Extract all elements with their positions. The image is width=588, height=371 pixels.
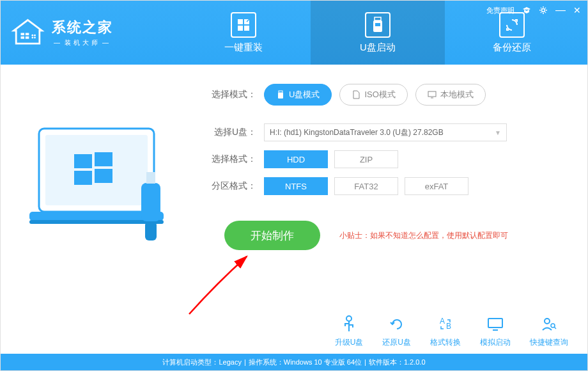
svg-rect-19 [95, 152, 112, 166]
tool-label: 格式转换 [430, 337, 461, 348]
partition-exfat[interactable]: exFAT [405, 177, 468, 195]
monitor-icon [428, 90, 437, 99]
format-hdd[interactable]: HDD [264, 150, 328, 168]
status-bar: 计算机启动类型： Legacy | 操作系统： Windows 10 专业版 6… [1, 354, 587, 370]
format-row: 选择格式： HDD ZIP [205, 150, 562, 168]
svg-rect-14 [375, 23, 380, 26]
window-controls: 免责声明 — ✕ [486, 4, 581, 16]
os-value: Windows 10 专业版 64位 [284, 358, 362, 367]
restore-icon [387, 315, 406, 334]
tool-label: 升级U盘 [335, 337, 364, 348]
tool-upgrade-usb[interactable]: 升级U盘 [335, 315, 364, 348]
disclaimer-link[interactable]: 免责声明 [486, 6, 514, 15]
svg-point-7 [34, 36, 36, 38]
svg-point-4 [31, 34, 33, 36]
svg-text:B: B [446, 322, 451, 331]
mode-row: 选择模式： U盘模式 ISO模式 本地模式 [205, 84, 562, 106]
format-label: 选择格式： [205, 154, 256, 165]
svg-rect-1 [26, 33, 29, 35]
tip-text: 小贴士：如果不知道怎么配置，使用默认配置即可 [339, 230, 508, 241]
tab-label: U盘启动 [360, 42, 396, 54]
chevron-down-icon: ▼ [495, 129, 501, 136]
svg-rect-10 [238, 26, 243, 31]
version-value: 1.2.0.0 [404, 358, 426, 366]
laptop-usb-illustration [26, 122, 192, 253]
tool-label: 模拟启动 [480, 337, 511, 348]
usb-icon [276, 90, 285, 99]
annotation-arrow [180, 244, 263, 327]
tab-label: 一键重装 [224, 42, 263, 54]
svg-rect-20 [74, 171, 92, 185]
tab-usb-boot[interactable]: U盘启动 [311, 1, 445, 65]
monitor-icon [486, 315, 505, 334]
convert-icon: AB [436, 315, 455, 334]
format-zip[interactable]: ZIP [334, 150, 398, 168]
partition-fat32[interactable]: FAT32 [334, 177, 398, 195]
gear-icon[interactable] [539, 6, 548, 15]
svg-rect-26 [145, 221, 157, 241]
svg-rect-21 [95, 169, 112, 183]
tool-simulate-boot[interactable]: 模拟启动 [480, 315, 511, 348]
svg-rect-35 [488, 319, 502, 328]
mode-usb[interactable]: U盘模式 [264, 84, 332, 106]
svg-point-15 [542, 9, 545, 12]
tab-label: 备份还原 [493, 42, 531, 54]
graduation-icon[interactable] [522, 6, 531, 15]
mode-local[interactable]: 本地模式 [415, 84, 486, 106]
svg-line-39 [554, 327, 556, 329]
minimize-button[interactable]: — [555, 4, 566, 16]
tool-restore-usb[interactable]: 还原U盘 [382, 315, 411, 348]
mode-label-text: ISO模式 [364, 89, 395, 100]
tool-hotkey-lookup[interactable]: 快捷键查询 [530, 315, 568, 348]
tool-label: 快捷键查询 [530, 337, 568, 348]
usb-select-label: 选择U盘： [205, 127, 256, 138]
boot-type-value: Legacy [219, 358, 241, 366]
tool-label: 还原U盘 [382, 337, 411, 348]
boot-type-label: 计算机启动类型： [162, 358, 219, 367]
mode-label: 选择模式： [205, 89, 256, 100]
version-label: 软件版本： [369, 358, 404, 367]
svg-rect-28 [278, 93, 283, 99]
monitor-icon [231, 12, 256, 38]
config-panel: 选择模式： U盘模式 ISO模式 本地模式 选择U盘： H:I: (hd1) K… [192, 84, 562, 253]
usb-drive-icon [365, 12, 391, 38]
svg-point-6 [31, 36, 33, 38]
svg-rect-29 [428, 91, 436, 97]
tool-format-convert[interactable]: AB 格式转换 [430, 315, 461, 348]
start-button[interactable]: 开始制作 [224, 221, 320, 250]
person-search-icon [539, 315, 559, 334]
svg-rect-2 [21, 36, 25, 39]
svg-rect-25 [146, 172, 155, 184]
usb-select-row: 选择U盘： H:I: (hd1) KingstonDataTraveler 3.… [205, 123, 562, 141]
mode-iso[interactable]: ISO模式 [339, 84, 407, 106]
mode-label-text: 本地模式 [440, 89, 474, 100]
file-icon [352, 90, 360, 99]
svg-rect-12 [375, 17, 381, 20]
svg-rect-8 [238, 19, 243, 24]
svg-rect-18 [74, 154, 92, 168]
svg-text:A: A [440, 317, 445, 326]
bottom-toolbar: 升级U盘 还原U盘 AB 格式转换 模拟启动 快捷键查询 [335, 315, 568, 348]
tab-reinstall[interactable]: 一键重装 [176, 1, 311, 65]
usb-select-dropdown[interactable]: H:I: (hd1) KingstonDataTraveler 3.0 (U盘)… [264, 123, 507, 141]
svg-point-31 [346, 316, 352, 321]
usb-select-value: H:I: (hd1) KingstonDataTraveler 3.0 (U盘)… [270, 127, 444, 138]
close-button[interactable]: ✕ [573, 5, 581, 15]
svg-rect-27 [279, 91, 282, 93]
svg-rect-0 [21, 33, 25, 35]
svg-point-37 [545, 319, 550, 324]
tip-content: 如果不知道怎么配置，使用默认配置即可 [370, 231, 508, 240]
action-row: 开始制作 小贴士：如果不知道怎么配置，使用默认配置即可 [205, 221, 562, 250]
svg-rect-23 [29, 220, 164, 224]
main-content: 选择模式： U盘模式 ISO模式 本地模式 选择U盘： H:I: (hd1) K… [1, 65, 587, 253]
svg-point-5 [34, 34, 36, 36]
partition-row: 分区格式： NTFS FAT32 exFAT [205, 177, 562, 195]
mode-label-text: U盘模式 [289, 89, 320, 100]
svg-rect-24 [141, 183, 160, 221]
partition-label: 分区格式： [205, 180, 256, 192]
app-title: 系统之家 [52, 18, 113, 37]
partition-ntfs[interactable]: NTFS [264, 177, 328, 195]
usb-up-icon [339, 315, 359, 334]
tip-label: 小贴士： [339, 231, 370, 240]
app-header: 系统之家 装机大师 一键重装 U盘启动 备份还原 免责声明 — ✕ [1, 1, 587, 65]
